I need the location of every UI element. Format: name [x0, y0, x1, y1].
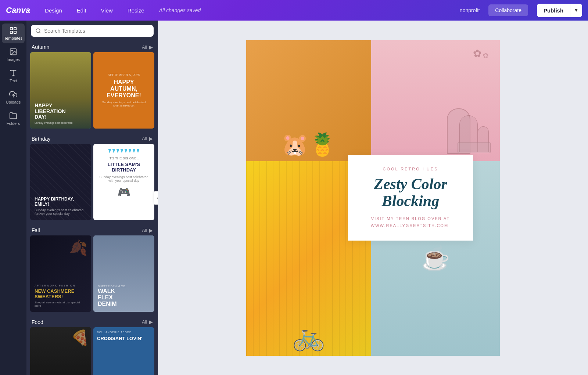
tpl-text: HAPPYLIBERATIONDAY! [35, 103, 73, 120]
main-layout: Templates Images Text Uplo [0, 21, 588, 375]
overlay-subtitle: COOL RETRO HUES [358, 167, 463, 171]
publish-button-group: Publish ▼ [537, 4, 582, 17]
tpl-sub: Sunday evenings best celebrated forever … [35, 208, 87, 216]
publish-dropdown-arrow[interactable]: ▼ [570, 4, 582, 17]
sidebar-item-folders[interactable]: Folders [2, 109, 25, 129]
template-card[interactable]: SEPTEMBER 5, 2025 HAPPYAUTUMN,EVERYONE! … [93, 52, 154, 129]
tpl-text: NEW CASHMERE SWEATERS! [35, 288, 87, 299]
nav-resize[interactable]: Resize [125, 6, 147, 15]
tpl-eyebrow: IT'S THE BIG ONE... [108, 156, 139, 160]
tpl-sub: Sunday evenings best celebratedwith your… [99, 175, 148, 183]
svg-rect-0 [10, 28, 12, 30]
sidebar-item-text[interactable]: Text [2, 66, 25, 86]
hide-panel-button[interactable]: ◀ [154, 191, 158, 205]
text-label: Text [10, 79, 17, 83]
canvas-image-pineapple[interactable] [246, 40, 371, 161]
canvas-image-flowers[interactable]: ✿ ✿ [371, 40, 500, 161]
food-title: Food [32, 319, 43, 325]
images-label: Images [7, 57, 20, 62]
tpl-main: HAPPYAUTUMN,EVERYONE! [107, 79, 141, 98]
image-icon [9, 48, 17, 56]
template-card[interactable]: IT'S THE BIG ONE... LITTLE SAM'S BIRTHDA… [93, 144, 154, 220]
svg-rect-1 [14, 28, 16, 30]
birthday-section-header: Birthday All ▶ [26, 133, 158, 144]
nav-edit[interactable]: Edit [74, 6, 89, 15]
collaborate-button[interactable]: Collaborate [488, 4, 528, 16]
template-card[interactable]: 🍕 HAVE A SLICE! IT'S A PIZZA PARTY! Buy … [30, 327, 91, 375]
fall-grid: 🍂 AFTERWORK FASHION NEW CASHMERE SWEATER… [26, 235, 158, 316]
icon-sidebar: Templates Images Text Uplo [0, 21, 26, 375]
tpl-icon: 🎮 [118, 186, 130, 198]
grid-icon [9, 26, 17, 35]
birthday-all-link[interactable]: All ▶ [142, 136, 153, 141]
birthday-grid: HAPPY BIRTHDAY, EMILY! Sunday evenings b… [26, 144, 158, 225]
food-grid: 🍕 HAVE A SLICE! IT'S A PIZZA PARTY! Buy … [26, 327, 158, 375]
search-icon [35, 28, 41, 34]
nav-design[interactable]: Design [42, 6, 65, 15]
svg-line-10 [39, 32, 40, 33]
tpl-small: SNETRE DENIM CO. [98, 285, 150, 288]
bday-flags [108, 149, 140, 154]
sidebar-item-uploads[interactable]: Uploads [2, 87, 25, 107]
canvas-area: ✿ ✿ COOL RETRO HUES Zesty ColorBlocking … [158, 21, 588, 375]
design-canvas: ✿ ✿ COOL RETRO HUES Zesty ColorBlocking … [246, 40, 500, 356]
sidebar-item-images[interactable]: Images [2, 45, 25, 65]
tpl-sub: Sunday evenings best celebratedlove, bla… [102, 101, 146, 107]
tpl-eyebrow: AFTERWORK FASHION [35, 284, 87, 287]
autumn-all-link[interactable]: All ▶ [142, 44, 153, 50]
canvas-text-overlay[interactable]: COOL RETRO HUES Zesty ColorBlocking VISI… [348, 155, 473, 241]
uploads-label: Uploads [6, 100, 21, 104]
tpl-text: WALKFLEXDENIM [98, 288, 150, 307]
search-bar [26, 21, 158, 41]
template-card[interactable]: HAPPYLIBERATIONDAY! Sunday evenings best… [30, 52, 91, 129]
topbar: Canva Design Edit View Resize All change… [0, 0, 588, 21]
tpl-sub: Shop all new arrivals at our special sto… [35, 301, 87, 307]
upload-icon [9, 90, 17, 98]
templates-panel: Autumn All ▶ HAPPYLIBERATIONDAY! Sunday … [26, 21, 158, 375]
svg-rect-2 [10, 31, 12, 33]
autumn-title: Autumn [32, 44, 49, 50]
folders-label: Folders [7, 121, 20, 126]
template-card[interactable]: HAPPY BIRTHDAY, EMILY! Sunday evenings b… [30, 144, 91, 220]
food-section-header: Food All ▶ [26, 316, 158, 327]
autumn-grid: HAPPYLIBERATIONDAY! Sunday evenings best… [26, 52, 158, 133]
folder-icon [9, 112, 17, 120]
saved-indicator: All changes saved [159, 7, 201, 13]
templates-label: Templates [4, 36, 22, 40]
template-card[interactable]: BOULANGERIE ABODE CROISSANT LOVIN' 🥐 [93, 327, 154, 375]
svg-point-9 [36, 29, 40, 33]
template-card[interactable]: 🍂 AFTERWORK FASHION NEW CASHMERE SWEATER… [30, 235, 91, 312]
tpl-text: LITTLE SAM'S BIRTHDAY [97, 162, 151, 173]
tpl-eyebrow: BOULANGERIE ABODE [97, 331, 132, 333]
search-input[interactable] [44, 28, 149, 34]
autumn-section-header: Autumn All ▶ [26, 41, 158, 52]
tpl-text: HAPPY BIRTHDAY, EMILY! [35, 196, 87, 207]
fall-section-header: Fall All ▶ [26, 224, 158, 235]
search-input-wrap [31, 25, 154, 37]
template-card[interactable]: SNETRE DENIM CO. WALKFLEXDENIM [93, 235, 154, 312]
food-all-link[interactable]: All ▶ [142, 319, 153, 325]
tpl-date: SEPTEMBER 5, 2025 [108, 73, 140, 77]
svg-rect-3 [14, 31, 16, 33]
overlay-body: VISIT MY TEEN BLOG OVER ATWWW.REALLYGREA… [358, 215, 463, 229]
publish-button[interactable]: Publish [537, 4, 570, 17]
pizza-emoji: 🍕 [71, 329, 89, 346]
tpl-text: CROISSANT LOVIN' [97, 336, 142, 342]
fall-title: Fall [32, 227, 40, 233]
canva-logo[interactable]: Canva [6, 6, 30, 15]
birthday-title: Birthday [32, 136, 50, 142]
nav-view[interactable]: View [98, 6, 116, 15]
fall-all-link[interactable]: All ▶ [142, 228, 153, 233]
sidebar-item-templates[interactable]: Templates [2, 24, 25, 43]
svg-point-5 [11, 50, 12, 51]
nonprofit-label: nonprofit [460, 7, 480, 13]
text-icon [9, 69, 17, 77]
overlay-title: Zesty ColorBlocking [358, 176, 463, 209]
